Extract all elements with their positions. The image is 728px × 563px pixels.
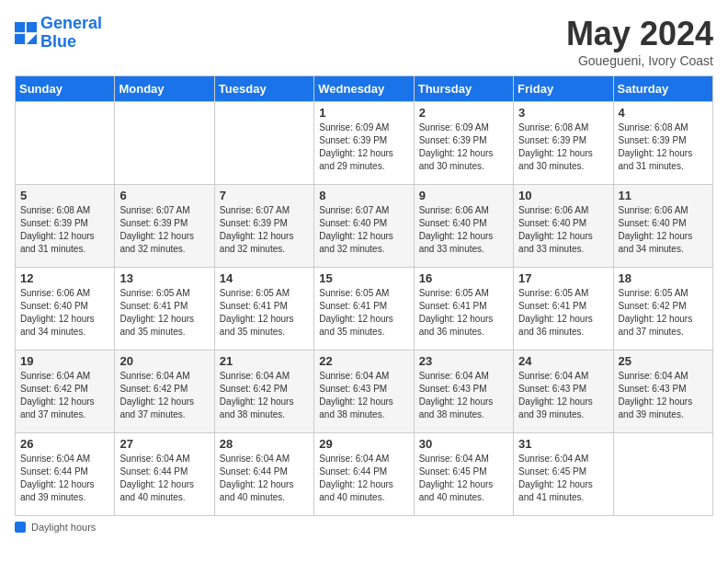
table-row: 22Sunrise: 6:04 AM Sunset: 6:43 PM Dayli… [314,350,414,433]
day-number: 24 [518,354,608,368]
title-block: May 2024 Gouegueni, Ivory Coast [566,15,713,68]
day-number: 6 [119,189,209,202]
day-number: 13 [119,271,209,285]
day-info: Sunrise: 6:04 AM Sunset: 6:44 PM Dayligh… [319,453,408,504]
table-row: 25Sunrise: 6:04 AM Sunset: 6:43 PM Dayli… [613,350,712,433]
day-info: Sunrise: 6:07 AM Sunset: 6:39 PM Dayligh… [220,204,309,256]
footer: Daylight hours [15,522,713,533]
day-number: 22 [319,354,408,368]
table-row: 31Sunrise: 6:04 AM Sunset: 6:45 PM Dayli… [514,433,613,516]
day-number: 27 [119,437,209,451]
day-number: 25 [619,354,708,368]
day-info: Sunrise: 6:05 AM Sunset: 6:41 PM Dayligh… [419,287,508,339]
day-info: Sunrise: 6:04 AM Sunset: 6:44 PM Dayligh… [20,453,109,504]
day-info: Sunrise: 6:04 AM Sunset: 6:42 PM Dayligh… [220,370,309,421]
day-header-tuesday: Tuesday [214,76,313,102]
day-number: 16 [419,271,508,285]
day-info: Sunrise: 6:06 AM Sunset: 6:40 PM Dayligh… [419,204,508,256]
day-info: Sunrise: 6:04 AM Sunset: 6:44 PM Dayligh… [220,453,309,504]
day-info: Sunrise: 6:06 AM Sunset: 6:40 PM Dayligh… [619,204,708,256]
day-info: Sunrise: 6:04 AM Sunset: 6:43 PM Dayligh… [619,370,708,421]
table-row: 5Sunrise: 6:08 AM Sunset: 6:39 PM Daylig… [16,185,115,268]
day-number: 31 [518,437,608,451]
day-header-friday: Friday [514,76,613,102]
day-info: Sunrise: 6:04 AM Sunset: 6:43 PM Dayligh… [419,370,508,421]
table-row [214,102,313,185]
day-info: Sunrise: 6:04 AM Sunset: 6:45 PM Dayligh… [518,453,608,504]
svg-rect-1 [27,22,37,32]
day-info: Sunrise: 6:09 AM Sunset: 6:39 PM Dayligh… [319,121,408,173]
table-row: 26Sunrise: 6:04 AM Sunset: 6:44 PM Dayli… [16,433,115,516]
day-header-sunday: Sunday [16,76,115,102]
table-row: 3Sunrise: 6:08 AM Sunset: 6:39 PM Daylig… [514,102,613,185]
table-row: 28Sunrise: 6:04 AM Sunset: 6:44 PM Dayli… [214,433,313,516]
table-row: 15Sunrise: 6:05 AM Sunset: 6:41 PM Dayli… [314,268,414,350]
table-row: 30Sunrise: 6:04 AM Sunset: 6:45 PM Dayli… [414,433,513,516]
table-row: 13Sunrise: 6:05 AM Sunset: 6:41 PM Dayli… [115,268,214,350]
table-row: 4Sunrise: 6:08 AM Sunset: 6:39 PM Daylig… [613,102,712,185]
day-info: Sunrise: 6:04 AM Sunset: 6:42 PM Dayligh… [20,370,109,421]
day-info: Sunrise: 6:08 AM Sunset: 6:39 PM Dayligh… [20,204,109,256]
day-number: 2 [419,106,508,120]
svg-marker-3 [27,34,37,44]
table-row [613,433,712,516]
day-info: Sunrise: 6:04 AM Sunset: 6:42 PM Dayligh… [119,370,209,421]
table-row [16,102,115,185]
table-row: 20Sunrise: 6:04 AM Sunset: 6:42 PM Dayli… [115,350,214,433]
day-info: Sunrise: 6:07 AM Sunset: 6:39 PM Dayligh… [119,204,209,256]
day-info: Sunrise: 6:08 AM Sunset: 6:39 PM Dayligh… [518,121,608,173]
day-info: Sunrise: 6:05 AM Sunset: 6:41 PM Dayligh… [518,287,608,339]
day-header-monday: Monday [115,76,214,102]
day-number: 12 [20,271,109,285]
day-info: Sunrise: 6:04 AM Sunset: 6:43 PM Dayligh… [518,370,608,421]
table-row: 7Sunrise: 6:07 AM Sunset: 6:39 PM Daylig… [214,185,313,268]
day-number: 21 [220,354,309,368]
logo-text: General Blue [40,15,102,52]
table-row: 27Sunrise: 6:04 AM Sunset: 6:44 PM Dayli… [115,433,214,516]
day-header-saturday: Saturday [613,76,712,102]
footer-label: Daylight hours [31,522,96,533]
day-info: Sunrise: 6:04 AM Sunset: 6:45 PM Dayligh… [419,453,508,504]
day-number: 9 [419,189,508,202]
day-number: 1 [319,106,408,120]
day-number: 7 [220,189,309,202]
logo: General Blue [15,15,102,52]
table-row: 12Sunrise: 6:06 AM Sunset: 6:40 PM Dayli… [16,268,115,350]
table-row: 8Sunrise: 6:07 AM Sunset: 6:40 PM Daylig… [314,185,414,268]
day-number: 28 [220,437,309,451]
table-row: 21Sunrise: 6:04 AM Sunset: 6:42 PM Dayli… [214,350,313,433]
table-row: 16Sunrise: 6:05 AM Sunset: 6:41 PM Dayli… [414,268,513,350]
day-info: Sunrise: 6:07 AM Sunset: 6:40 PM Dayligh… [319,204,408,256]
month-title: May 2024 [566,15,713,53]
day-info: Sunrise: 6:06 AM Sunset: 6:40 PM Dayligh… [518,204,608,256]
day-number: 4 [619,106,708,120]
day-number: 29 [319,437,408,451]
table-row: 1Sunrise: 6:09 AM Sunset: 6:39 PM Daylig… [314,102,414,185]
calendar-table: SundayMondayTuesdayWednesdayThursdayFrid… [15,75,713,516]
day-number: 8 [319,189,408,202]
day-number: 5 [20,189,109,202]
table-row [115,102,214,185]
day-number: 18 [619,271,708,285]
day-number: 10 [518,189,608,202]
day-number: 23 [419,354,508,368]
table-row: 17Sunrise: 6:05 AM Sunset: 6:41 PM Dayli… [514,268,613,350]
table-row: 19Sunrise: 6:04 AM Sunset: 6:42 PM Dayli… [16,350,115,433]
day-header-thursday: Thursday [414,76,513,102]
day-info: Sunrise: 6:09 AM Sunset: 6:39 PM Dayligh… [419,121,508,173]
day-header-wednesday: Wednesday [314,76,414,102]
table-row: 10Sunrise: 6:06 AM Sunset: 6:40 PM Dayli… [514,185,613,268]
day-info: Sunrise: 6:08 AM Sunset: 6:39 PM Dayligh… [619,121,708,173]
svg-rect-2 [15,34,25,44]
day-number: 19 [20,354,109,368]
table-row: 11Sunrise: 6:06 AM Sunset: 6:40 PM Dayli… [613,185,712,268]
day-info: Sunrise: 6:04 AM Sunset: 6:44 PM Dayligh… [119,453,209,504]
table-row: 2Sunrise: 6:09 AM Sunset: 6:39 PM Daylig… [414,102,513,185]
location-subtitle: Gouegueni, Ivory Coast [566,53,713,68]
day-number: 17 [518,271,608,285]
footer-dot [15,522,26,533]
day-info: Sunrise: 6:06 AM Sunset: 6:40 PM Dayligh… [20,287,109,339]
day-number: 26 [20,437,109,451]
day-number: 30 [419,437,508,451]
table-row: 6Sunrise: 6:07 AM Sunset: 6:39 PM Daylig… [115,185,214,268]
